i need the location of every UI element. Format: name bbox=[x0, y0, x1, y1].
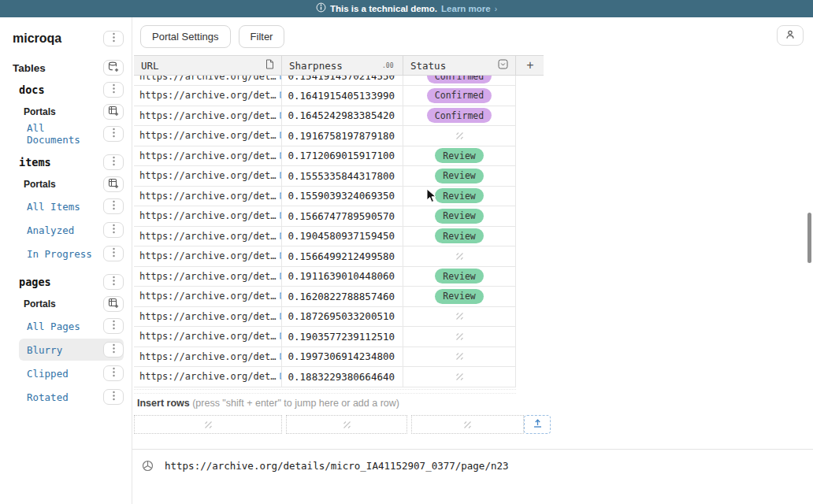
sidebar-section-tables[interactable]: Tables bbox=[0, 57, 124, 79]
sidebar-view-clipped[interactable]: Clipped bbox=[19, 362, 124, 384]
status-cell[interactable]: Review bbox=[403, 166, 516, 186]
add-portal-button[interactable] bbox=[103, 104, 124, 120]
sharpness-cell[interactable]: 0.1645242983385420 bbox=[282, 106, 403, 126]
column-header-status[interactable]: Status bbox=[403, 56, 516, 75]
add-table-button[interactable] bbox=[103, 60, 124, 76]
sharpness-cell[interactable]: 0.1903577239112510 bbox=[282, 327, 403, 346]
item-menu-button[interactable] bbox=[103, 389, 124, 405]
sharpness-cell[interactable]: 0.1997306914234800 bbox=[282, 347, 403, 367]
insert-cell-url[interactable] bbox=[134, 415, 282, 434]
url-cell[interactable]: https://archive.org/det… bbox=[134, 76, 282, 86]
sidebar-view-rotated[interactable]: Rotated bbox=[19, 386, 124, 408]
sharpness-cell[interactable]: 0.1559039324069350 bbox=[282, 187, 403, 206]
sidebar-portals-label[interactable]: Portals bbox=[0, 101, 124, 123]
table-row: https://archive.org/det…0.18726950332005… bbox=[134, 307, 516, 328]
url-cell[interactable]: https://archive.org/det… bbox=[134, 106, 282, 126]
add-portal-button[interactable] bbox=[103, 296, 124, 312]
sidebar-portals-label[interactable]: Portals bbox=[0, 173, 124, 195]
item-menu-button[interactable] bbox=[103, 274, 124, 290]
item-menu-button[interactable] bbox=[103, 246, 124, 261]
upload-row-button[interactable] bbox=[524, 415, 551, 434]
portal-settings-button[interactable]: Portal Settings bbox=[140, 25, 231, 48]
status-cell[interactable] bbox=[403, 307, 516, 327]
item-menu-button[interactable] bbox=[103, 82, 124, 98]
url-cell[interactable]: https://archive.org/det… bbox=[134, 246, 282, 266]
item-menu-button[interactable] bbox=[103, 222, 124, 238]
item-menu-button[interactable] bbox=[103, 318, 124, 334]
sidebar-view-analyzed[interactable]: Analyzed bbox=[19, 219, 124, 241]
status-cell[interactable]: Review bbox=[403, 287, 516, 306]
status-cell[interactable]: Review bbox=[403, 227, 516, 246]
sidebar-item-label: Portals bbox=[24, 106, 56, 117]
sharpness-cell[interactable]: 0.1566747789590570 bbox=[282, 206, 403, 226]
learn-more-link[interactable]: Learn more bbox=[441, 4, 491, 13]
sidebar-view-all-items[interactable]: All Items bbox=[19, 195, 124, 217]
url-cell[interactable]: https://archive.org/det… bbox=[134, 287, 282, 306]
item-menu-button[interactable] bbox=[103, 365, 124, 381]
filter-button[interactable]: Filter bbox=[239, 25, 285, 48]
item-menu-button[interactable] bbox=[103, 154, 124, 170]
demo-banner: This is a technical demo. Learn more › bbox=[0, 0, 813, 17]
url-cell[interactable]: https://archive.org/det… bbox=[134, 86, 282, 106]
sharpness-cell[interactable]: 0.1555335844317800 bbox=[282, 166, 403, 186]
status-cell[interactable]: Review bbox=[403, 187, 516, 206]
sidebar-table-docs[interactable]: docs bbox=[0, 79, 124, 101]
sidebar-view-all-pages[interactable]: All Pages bbox=[19, 315, 124, 337]
column-header-url[interactable]: URL bbox=[134, 56, 282, 75]
status-cell[interactable] bbox=[403, 126, 516, 146]
url-cell[interactable]: https://archive.org/det… bbox=[134, 307, 282, 327]
url-cell[interactable]: https://archive.org/det… bbox=[134, 166, 282, 186]
workspace-title-row[interactable]: microqa bbox=[0, 27, 124, 50]
sidebar-view-in-progress[interactable]: In Progress bbox=[19, 243, 124, 265]
insert-cell-status[interactable] bbox=[411, 415, 524, 434]
null-value-icon bbox=[343, 421, 351, 429]
sidebar-portals-label[interactable]: Portals bbox=[0, 293, 124, 315]
sharpness-cell[interactable]: 0.1566499212499580 bbox=[282, 246, 403, 266]
item-menu-button[interactable] bbox=[103, 126, 124, 142]
sidebar-view-all-documents[interactable]: All Documents bbox=[19, 123, 124, 145]
sharpness-cell[interactable]: 0.1916758197879180 bbox=[282, 126, 403, 146]
status-cell[interactable] bbox=[403, 246, 516, 266]
url-cell[interactable]: https://archive.org/det… bbox=[134, 367, 282, 387]
url-cell[interactable]: https://archive.org/det… bbox=[134, 206, 282, 226]
url-cell[interactable]: https://archive.org/det… bbox=[134, 327, 282, 346]
sharpness-cell[interactable]: 0.1541914570214550 bbox=[282, 76, 403, 86]
account-button[interactable] bbox=[777, 25, 804, 46]
column-header-sharpness[interactable]: Sharpness .00 bbox=[282, 56, 403, 75]
vertical-scrollbar-thumb[interactable] bbox=[807, 213, 811, 263]
sharpness-cell[interactable]: 0.1883229380664640 bbox=[282, 367, 403, 387]
status-cell[interactable] bbox=[403, 367, 516, 387]
expand-record-icon[interactable] bbox=[142, 460, 154, 475]
url-cell[interactable]: https://archive.org/det… bbox=[134, 126, 282, 146]
status-cell[interactable] bbox=[403, 347, 516, 367]
url-cell[interactable]: https://archive.org/det… bbox=[134, 146, 282, 166]
status-cell[interactable]: Confirmed bbox=[403, 76, 516, 86]
sharpness-cell[interactable]: 0.1872695033200510 bbox=[282, 307, 403, 327]
url-cell[interactable]: https://archive.org/det… bbox=[134, 347, 282, 367]
insert-cell-sharpness[interactable] bbox=[286, 415, 407, 434]
sharpness-cell[interactable]: 0.1904580937159450 bbox=[282, 227, 403, 246]
status-cell[interactable]: Review bbox=[403, 146, 516, 166]
sharpness-cell[interactable]: 0.1641915405133990 bbox=[282, 86, 403, 106]
table-row: https://archive.org/det…0.16452429833854… bbox=[134, 106, 516, 127]
status-cell[interactable]: Review bbox=[403, 267, 516, 287]
status-cell[interactable]: Confirmed bbox=[403, 86, 516, 106]
item-menu-button[interactable] bbox=[103, 198, 124, 214]
sharpness-cell[interactable]: 0.1620822788857460 bbox=[282, 287, 403, 306]
sidebar-table-items[interactable]: items bbox=[0, 151, 124, 173]
url-cell[interactable]: https://archive.org/det… bbox=[134, 227, 282, 246]
item-menu-button[interactable] bbox=[103, 31, 124, 46]
sharpness-cell[interactable]: 0.1911639010448060 bbox=[282, 267, 403, 287]
add-portal-button[interactable] bbox=[103, 176, 124, 192]
url-cell[interactable]: https://archive.org/det… bbox=[134, 187, 282, 206]
sidebar-table-pages[interactable]: pages bbox=[0, 271, 124, 293]
status-cell[interactable]: Confirmed bbox=[403, 106, 516, 126]
status-cell[interactable] bbox=[403, 327, 516, 346]
url-cell[interactable]: https://archive.org/det… bbox=[134, 267, 282, 287]
item-menu-button[interactable] bbox=[103, 342, 124, 358]
status-cell[interactable]: Review bbox=[403, 206, 516, 226]
add-column-button[interactable]: + bbox=[520, 55, 540, 76]
sidebar-view-blurry[interactable]: Blurry bbox=[19, 339, 124, 361]
null-value-icon bbox=[455, 332, 464, 341]
sharpness-cell[interactable]: 0.1712069015917100 bbox=[282, 146, 403, 166]
